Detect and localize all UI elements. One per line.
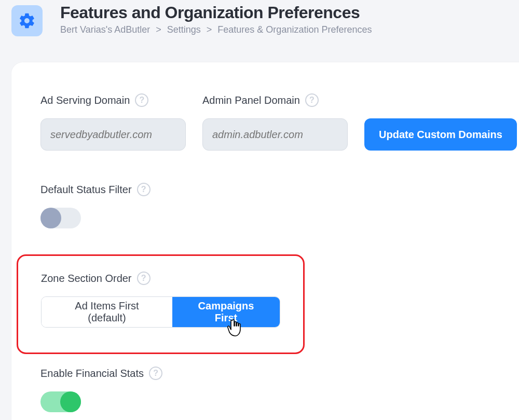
zone-order-campaigns-first[interactable]: Campaigns First (172, 297, 280, 327)
chevron-right-icon: > (207, 24, 212, 35)
admin-panel-domain-label: Admin Panel Domain (202, 94, 300, 106)
ad-serving-domain-input[interactable] (40, 118, 186, 151)
help-icon[interactable]: ? (135, 93, 148, 107)
zone-section-order-highlight: Zone Section Order ? Ad Items First (def… (17, 254, 305, 354)
breadcrumb: Bert Varias's AdButler > Settings > Feat… (60, 24, 372, 35)
enable-financial-stats-toggle[interactable] (40, 391, 81, 412)
default-status-filter-label: Default Status Filter (40, 184, 132, 196)
help-icon[interactable]: ? (137, 272, 151, 285)
breadcrumb-current: Features & Organization Preferences (217, 24, 372, 35)
help-icon[interactable]: ? (149, 367, 162, 380)
toggle-knob (40, 208, 61, 228)
breadcrumb-org[interactable]: Bert Varias's AdButler (60, 24, 150, 35)
chevron-right-icon: > (156, 24, 161, 35)
toggle-knob (60, 391, 81, 412)
zone-section-order-label: Zone Section Order (41, 273, 132, 284)
page-header: Features and Organization Preferences Be… (0, 0, 519, 46)
zone-section-order-segmented: Ad Items First (default) Campaigns First (41, 296, 280, 328)
update-custom-domains-button[interactable]: Update Custom Domains (364, 118, 517, 151)
gear-icon (11, 5, 43, 36)
preferences-card: Ad Serving Domain ? Admin Panel Domain ?… (11, 62, 519, 420)
enable-financial-stats-label: Enable Financial Stats (40, 368, 144, 380)
page-title: Features and Organization Preferences (60, 3, 372, 22)
admin-panel-domain-input[interactable] (202, 118, 348, 151)
breadcrumb-settings[interactable]: Settings (167, 24, 201, 35)
help-icon[interactable]: ? (137, 183, 151, 196)
help-icon[interactable]: ? (305, 93, 319, 107)
default-status-filter-toggle[interactable] (40, 208, 81, 228)
ad-serving-domain-label: Ad Serving Domain (40, 94, 130, 106)
custom-domains-row: Ad Serving Domain ? Admin Panel Domain ?… (40, 93, 519, 151)
zone-order-ad-items-first[interactable]: Ad Items First (default) (42, 297, 172, 327)
